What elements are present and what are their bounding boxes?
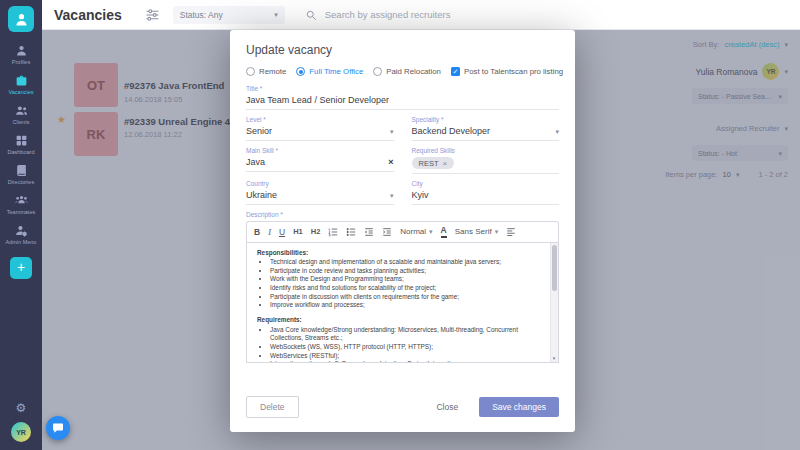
sidebar-item-label: Admin Menu <box>6 239 37 245</box>
required-skills-field: Required Skills REST × <box>412 147 560 174</box>
speciality-select-value: Backend Developer <box>412 126 491 136</box>
status-filter-dropdown[interactable]: Status: Any ▾ <box>173 6 285 24</box>
radio-remote[interactable]: Remote <box>246 67 286 76</box>
checkbox-checked-icon: ✓ <box>451 67 460 76</box>
radio-selected-icon <box>296 67 305 76</box>
chat-widget-button[interactable] <box>46 416 70 440</box>
level-field: Level * Senior ▾ <box>246 116 394 141</box>
level-select[interactable]: Senior ▾ <box>246 126 394 141</box>
main-skill-input[interactable]: Java × <box>246 157 394 172</box>
font-family-dropdown[interactable]: Sans Serif ▾ <box>455 227 498 236</box>
title-input[interactable]: Java Team Lead / Senior Developer <box>246 95 559 110</box>
search-icon[interactable] <box>305 9 317 21</box>
level-field-label: Level * <box>246 116 394 123</box>
sidebar-item-label: Vacancies <box>9 89 34 95</box>
description-field-label: Description * <box>246 211 559 218</box>
requirements-list: Java Core knowledge/Strong understanding… <box>270 326 542 363</box>
paragraph-format-value: Normal <box>400 227 426 236</box>
text-color-button[interactable]: A <box>441 226 447 238</box>
sidebar-item-clients[interactable]: Clients <box>0 99 42 129</box>
app-logo[interactable] <box>8 6 34 32</box>
ordered-list-button[interactable] <box>328 227 338 237</box>
country-select[interactable]: Ukraine ▾ <box>246 190 394 205</box>
list-item: Work with the Design and Programming tea… <box>270 275 542 284</box>
city-field-label: City <box>412 180 560 187</box>
page-title: Vacancies <box>54 7 122 23</box>
chip-remove-icon[interactable]: × <box>443 159 448 168</box>
paragraph-format-dropdown[interactable]: Normal ▾ <box>400 227 432 236</box>
required-skills-input[interactable]: REST × <box>412 157 560 174</box>
bold-button[interactable]: B <box>254 228 260 237</box>
chevron-down-icon: ▾ <box>390 128 394 135</box>
dashboard-icon <box>15 134 28 147</box>
indent-button[interactable] <box>382 227 392 237</box>
bullet-list-button[interactable] <box>346 227 356 237</box>
settings-gear-icon[interactable]: ⚙ <box>16 401 27 415</box>
chevron-down-icon: ▾ <box>495 228 499 235</box>
search-input[interactable] <box>325 9 555 20</box>
vacancies-briefcase-icon <box>15 74 28 87</box>
main-skill-input-value: Java <box>246 157 265 167</box>
sidebar-item-directories[interactable]: Directories <box>0 159 42 189</box>
main-skill-field: Main Skill * Java × <box>246 147 394 174</box>
sidebar-item-dashboard[interactable]: Dashboard <box>0 129 42 159</box>
sidebar-item-label: Clients <box>13 119 30 125</box>
chevron-down-icon: ▾ <box>274 11 278 18</box>
sidebar-item-vacancies[interactable]: Vacancies <box>0 69 42 99</box>
clear-icon[interactable]: × <box>388 157 393 167</box>
title-field: Title * Java Team Lead / Senior Develope… <box>246 85 559 110</box>
country-select-value: Ukraine <box>246 190 277 200</box>
close-button[interactable]: Close <box>423 397 471 417</box>
chevron-down-icon: ▾ <box>555 128 559 135</box>
description-section-title: Requirements: <box>257 316 542 325</box>
list-item: Participate in code review and tasks pla… <box>270 267 542 276</box>
filter-sliders-icon <box>146 9 159 21</box>
dialog-footer: Delete Close Save changes <box>246 396 559 418</box>
radio-label: Paid Relocation <box>386 67 441 76</box>
list-item: WebSockets (WS, WSS), HTTP protocol (HTT… <box>270 343 542 352</box>
outdent-button[interactable] <box>364 227 374 237</box>
sidebar-item-profiles[interactable]: Profiles <box>0 39 42 69</box>
admin-menu-icon <box>15 224 28 237</box>
filter-button[interactable] <box>146 9 159 21</box>
main-skill-field-label: Main Skill * <box>246 147 394 154</box>
teammates-icon <box>15 194 28 207</box>
heading1-button[interactable]: H1 <box>293 228 303 236</box>
dialog-title: Update vacancy <box>246 43 559 57</box>
underline-button[interactable]: U <box>279 228 285 237</box>
search-bar <box>305 9 555 21</box>
list-item: Participate in discussion with clients o… <box>270 293 542 302</box>
clients-icon <box>15 104 28 117</box>
checkbox-post-to-talentscan[interactable]: ✓ Post to Talentscan pro listing <box>451 67 563 76</box>
scrollbar-thumb[interactable] <box>552 245 557 291</box>
save-changes-button[interactable]: Save changes <box>479 397 559 417</box>
level-select-value: Senior <box>246 126 272 136</box>
logo-person-icon <box>14 12 29 27</box>
speciality-field: Speciality * Backend Developer ▾ <box>412 116 560 141</box>
sidebar-item-teammates[interactable]: Teammates <box>0 189 42 219</box>
radio-paid-relocation[interactable]: Paid Relocation <box>373 67 441 76</box>
chat-bubble-icon <box>52 422 64 434</box>
outdent-icon <box>364 227 374 237</box>
country-field: Country Ukraine ▾ <box>246 180 394 205</box>
delete-button[interactable]: Delete <box>246 396 299 418</box>
sidebar-item-admin-menu[interactable]: Admin Menu <box>0 219 42 249</box>
list-item: Integration patterns, IoC, Dependency In… <box>270 360 542 362</box>
city-input[interactable]: Kyiv <box>412 190 560 205</box>
skill-chip[interactable]: REST × <box>412 157 455 169</box>
directories-book-icon <box>15 164 28 177</box>
description-editor[interactable]: Responsibilities: Technical design and i… <box>246 243 559 363</box>
speciality-select[interactable]: Backend Developer ▾ <box>412 126 560 141</box>
align-button[interactable] <box>506 227 516 237</box>
current-user-avatar[interactable]: YR <box>11 422 31 442</box>
radio-full-time-office[interactable]: Full Time Office <box>296 67 363 76</box>
editor-scrollbar[interactable]: ▾ <box>550 243 558 362</box>
italic-button[interactable]: I <box>268 228 271 237</box>
heading2-button[interactable]: H2 <box>311 228 321 236</box>
add-vacancy-button[interactable]: + <box>10 257 32 279</box>
list-item: WebServices (RESTful); <box>270 352 542 361</box>
scroll-down-icon[interactable]: ▾ <box>550 355 558 362</box>
update-vacancy-dialog: Update vacancy Remote Full Time Office P… <box>230 30 575 432</box>
title-field-label: Title * <box>246 85 559 92</box>
responsibilities-list: Technical design and implementation of a… <box>270 258 542 310</box>
